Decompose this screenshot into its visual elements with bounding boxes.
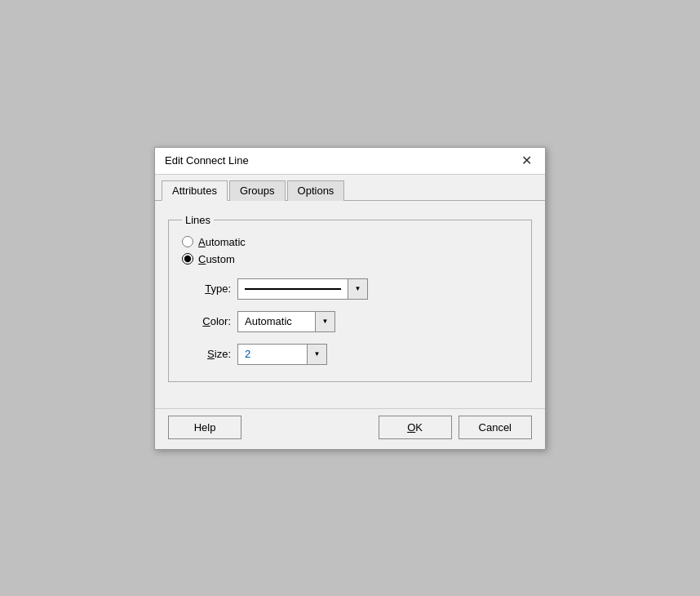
color-label: Color:	[182, 315, 231, 327]
help-button[interactable]: Help	[168, 416, 241, 439]
color-value: Automatic	[238, 315, 315, 327]
size-row: Size: 2 ▼	[182, 344, 518, 365]
dialog-body: Lines Automatic Custom Type:	[155, 201, 545, 408]
type-line-preview	[238, 288, 348, 290]
size-dropdown[interactable]: 2 ▼	[237, 344, 327, 365]
tab-bar: Attributes Groups Options	[155, 175, 545, 201]
size-dropdown-arrow[interactable]: ▼	[307, 345, 326, 364]
dialog-footer: Help OK Cancel	[155, 408, 545, 449]
tab-attributes[interactable]: Attributes	[162, 180, 228, 201]
radio-custom[interactable]	[182, 253, 193, 265]
footer-spacer	[248, 416, 372, 439]
tab-options[interactable]: Options	[287, 180, 345, 201]
tab-groups[interactable]: Groups	[229, 180, 286, 201]
color-row: Color: Automatic ▼	[182, 311, 518, 332]
size-value: 2	[238, 348, 307, 360]
lines-fieldset: Lines Automatic Custom Type:	[168, 214, 532, 382]
dialog-title: Edit Connect Line	[165, 154, 249, 167]
size-label: Size:	[182, 348, 231, 360]
type-row: Type: ▼	[182, 278, 518, 300]
type-dropdown-arrow[interactable]: ▼	[348, 279, 367, 299]
cancel-button[interactable]: Cancel	[459, 416, 532, 439]
radio-automatic-label: Automatic	[198, 236, 246, 248]
type-dropdown[interactable]: ▼	[237, 278, 368, 300]
radio-automatic-item[interactable]: Automatic	[182, 236, 518, 248]
radio-custom-label: Custom	[198, 253, 235, 265]
type-label: Type:	[182, 282, 231, 295]
dialog: Edit Connect Line ✕ Attributes Groups Op…	[154, 147, 546, 450]
radio-group: Automatic Custom	[182, 236, 518, 265]
radio-custom-item[interactable]: Custom	[182, 253, 518, 265]
radio-automatic[interactable]	[182, 236, 193, 247]
color-dropdown-arrow[interactable]: ▼	[315, 312, 334, 331]
title-bar: Edit Connect Line ✕	[155, 148, 545, 175]
color-dropdown[interactable]: Automatic ▼	[237, 311, 335, 332]
ok-button[interactable]: OK	[379, 416, 452, 439]
lines-legend: Lines	[182, 214, 214, 226]
line-style-solid	[245, 288, 341, 290]
close-button[interactable]: ✕	[518, 154, 535, 167]
